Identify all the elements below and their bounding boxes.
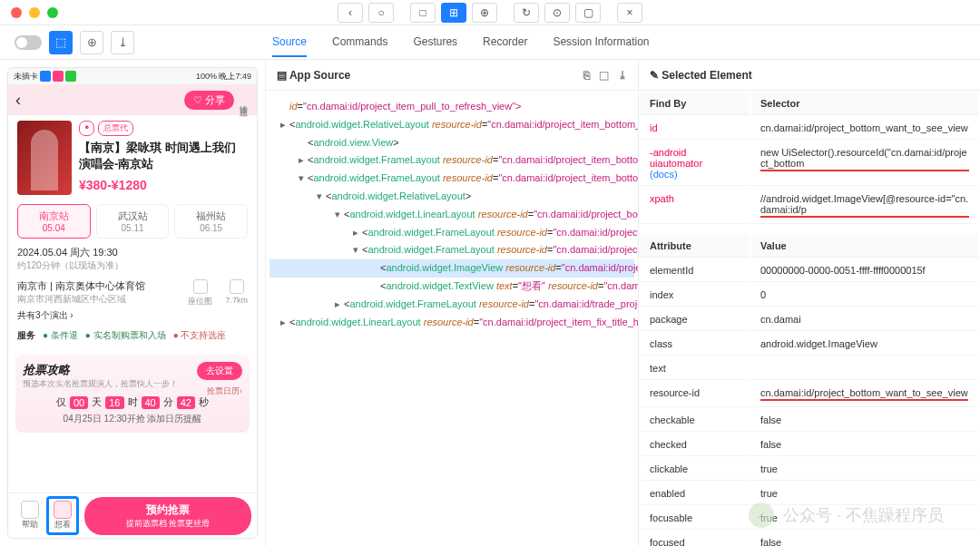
city-tabs: 南京站05.04武汉站05.11福州站06.15 <box>17 204 248 239</box>
help-button[interactable]: 帮助 <box>14 501 46 531</box>
toolbar-center: ‹○□⊞⊕↻⊙▢× <box>338 3 642 23</box>
minimize-window-icon[interactable] <box>29 7 40 18</box>
countdown-value: 42 <box>177 396 195 409</box>
tab-source[interactable]: Source <box>272 28 307 57</box>
tab-gestures[interactable]: Gestures <box>413 28 457 57</box>
attr-row: packagecn.damai <box>641 308 978 331</box>
panel-title: App Source <box>289 69 350 82</box>
col-attr: Attribute <box>641 235 750 258</box>
tree-node[interactable]: ▸<android.widget.LinearLayout resource-i… <box>270 314 634 332</box>
watermark: ✓ 公众号 · 不焦躁程序员 <box>749 502 944 528</box>
chrome-button-1[interactable]: ○ <box>368 3 394 23</box>
tree-node[interactable]: <android.widget.TextView text="想看" resou… <box>270 278 634 296</box>
seat-map-button[interactable]: 座位图 <box>188 279 212 322</box>
main-tab-bar: ⬚ ⊕ ⤓ SourceCommandsGesturesRecorderSess… <box>0 25 980 60</box>
device-preview-column: 未插卡 100% 晚上7:49 ‹ ♡ 分享 详情 信息 <box>0 60 265 546</box>
chrome-button-8[interactable]: × <box>617 3 642 23</box>
tree-node[interactable]: ▸<android.widget.FrameLayout resource-id… <box>270 151 634 170</box>
app-icon <box>53 71 64 82</box>
tree-node[interactable]: ▾<android.widget.FrameLayout resource-id… <box>270 170 634 188</box>
attr-row: checkedfalse <box>641 434 978 456</box>
toggle-switch[interactable] <box>15 35 42 50</box>
tab-session-information[interactable]: Session Information <box>553 28 649 57</box>
tree-node[interactable]: ▸<android.widget.FrameLayout resource-id… <box>270 296 634 314</box>
phone-nav-bar: ‹ ♡ 分享 详情 信息 <box>8 84 257 115</box>
chrome-button-5[interactable]: ↻ <box>514 3 539 23</box>
share-button[interactable]: ♡ 分享 <box>184 91 234 110</box>
service-label: 服务 <box>17 329 35 342</box>
app-source-panel: ▤ App Source ⎘ ⬚ ⤓ id="cn.damai:id/proje… <box>265 60 639 546</box>
promo-calendar-link[interactable]: 抢票日历› <box>207 385 242 397</box>
attr-row: checkablefalse <box>641 409 978 432</box>
event-title: 【南京】梁咏琪 时间遇上我们 演唱会-南京站 <box>79 140 248 172</box>
sim-status: 未插卡 <box>14 71 38 83</box>
maximize-window-icon[interactable] <box>47 7 58 18</box>
venue-name: 南京市 | 南京奥体中心体育馆 <box>17 279 145 293</box>
tree-node[interactable]: ▾<android.widget.RelativeLayout> <box>270 188 634 206</box>
city-tab[interactable]: 福州站06.15 <box>174 204 248 239</box>
promo-setup-button[interactable]: 去设置 <box>197 362 242 380</box>
download-tool-button[interactable]: ⤓ <box>111 31 134 54</box>
distance-button[interactable]: 7.7km <box>225 279 248 322</box>
element-tree[interactable]: id="cn.damai:id/project_item_pull_to_ref… <box>266 91 638 546</box>
bottom-action-bar: 帮助 想看 预约抢票 提前选票档 抢票更丝滑 <box>8 492 257 538</box>
expand-icon[interactable]: ⬚ <box>599 69 609 82</box>
sale-start-time: 04月25日 12:30开抢 添加日历提醒 <box>23 413 242 425</box>
heart-icon <box>54 501 72 519</box>
svc-noseat: 不支持选座 <box>181 330 226 340</box>
tree-node[interactable]: ▾<android.widget.LinearLayout resource-i… <box>270 206 634 224</box>
chrome-button-0[interactable]: ‹ <box>338 3 363 23</box>
traffic-lights <box>11 7 58 18</box>
reserve-title: 预约抢票 <box>84 502 251 518</box>
attr-row: resource-idcn.damai:id/project_bottom_wa… <box>641 382 978 407</box>
reserve-button[interactable]: 预约抢票 提前选票档 抢票更丝滑 <box>84 497 251 535</box>
tree-node[interactable]: ▸<android.widget.RelativeLayout resource… <box>270 116 634 134</box>
city-tab[interactable]: 武汉站05.11 <box>96 204 170 239</box>
tab-recorder[interactable]: Recorder <box>483 28 527 57</box>
close-window-icon[interactable] <box>11 7 22 18</box>
countdown-value: 16 <box>105 396 123 409</box>
countdown-unit: 天 <box>92 395 102 409</box>
chrome-button-4[interactable]: ⊕ <box>472 3 497 23</box>
chrome-button-3[interactable]: ⊞ <box>441 3 466 23</box>
countdown-unit: 秒 <box>199 395 209 409</box>
chrome-button-6[interactable]: ⊙ <box>544 3 570 23</box>
phone-status-bar: 未插卡 100% 晚上7:49 <box>8 68 257 84</box>
col-selector: Selector <box>751 93 978 115</box>
tree-node[interactable]: <android.widget.ImageView resource-id="c… <box>270 259 634 278</box>
select-tool-button[interactable]: ⬚ <box>49 31 73 54</box>
tap-tool-button[interactable]: ⊕ <box>80 31 103 54</box>
chrome-button-2[interactable]: □ <box>410 3 436 23</box>
window-chrome: ‹○□⊞⊕↻⊙▢× <box>0 0 980 25</box>
tree-node[interactable]: ▾<android.widget.FrameLayout resource-id… <box>270 241 634 259</box>
countdown-unit: 时 <box>128 395 138 409</box>
tree-node[interactable]: <android.view.View> <box>270 134 634 152</box>
svc-realname: 实名制购票和入场 <box>93 330 166 340</box>
back-icon[interactable]: ‹ <box>15 91 21 110</box>
attr-row: classandroid.widget.ImageView <box>641 333 978 356</box>
show-datetime: 2024.05.04 周六 19:30 <box>17 246 248 259</box>
tree-node[interactable]: id="cn.damai:id/project_item_pull_to_ref… <box>270 98 634 116</box>
device-screen: 未插卡 100% 晚上7:49 ‹ ♡ 分享 详情 信息 <box>7 67 258 539</box>
reserve-subtitle: 提前选票档 抢票更丝滑 <box>84 518 251 530</box>
attr-row: text <box>641 357 978 380</box>
findby-row: -android uiautomator(docs)new UiSelector… <box>641 141 978 186</box>
badge-icon: ● <box>79 121 94 136</box>
tab-commands[interactable]: Commands <box>332 28 387 57</box>
findby-row: xpath//android.widget.ImageView[@resourc… <box>641 188 978 224</box>
event-poster[interactable] <box>17 121 72 195</box>
detail-label: 详情 信息 <box>238 99 250 102</box>
tree-node[interactable]: ▸<android.widget.FrameLayout resource-id… <box>270 224 634 242</box>
want-to-see-button[interactable]: 想看 <box>46 496 79 535</box>
left-tools: ⬚ ⊕ ⤓ <box>15 31 134 54</box>
copy-icon[interactable]: ⎘ <box>583 69 590 82</box>
service-row: 服务 ● 条件退 ● 实名制购票和入场 ● 不支持选座 <box>17 329 248 342</box>
battery-time: 100% 晚上7:49 <box>196 71 251 83</box>
download-icon[interactable]: ⤓ <box>618 69 627 82</box>
shows-count-link[interactable]: 共有3个演出 › <box>17 309 145 322</box>
chrome-button-7[interactable]: ▢ <box>575 3 601 23</box>
seat-label: 座位图 <box>188 297 212 306</box>
venue-address: 南京市河西新城区中心区域 <box>17 293 145 306</box>
show-duration: 约120分钟（以现场为准） <box>17 259 248 272</box>
city-tab[interactable]: 南京站05.04 <box>17 204 91 239</box>
